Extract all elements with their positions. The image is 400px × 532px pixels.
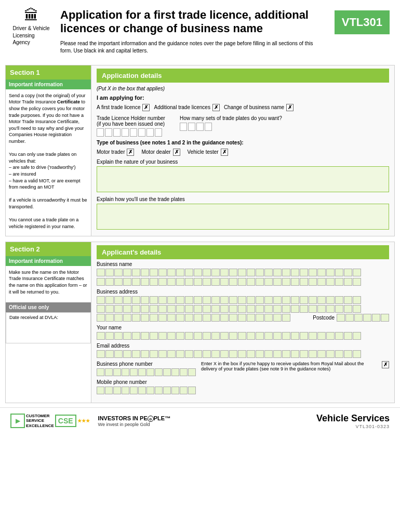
- royal-mail-checkbox[interactable]: [382, 361, 389, 368]
- char-box[interactable]: [105, 128, 112, 137]
- char-box[interactable]: [176, 296, 184, 304]
- char-box[interactable]: [282, 305, 290, 313]
- char-box[interactable]: [132, 332, 140, 340]
- char-box[interactable]: [138, 368, 146, 376]
- char-box[interactable]: [273, 350, 282, 358]
- char-box[interactable]: [256, 278, 264, 286]
- char-box[interactable]: [123, 350, 131, 358]
- char-box[interactable]: [256, 305, 264, 313]
- char-box[interactable]: [141, 278, 149, 286]
- char-box[interactable]: [345, 314, 354, 322]
- char-box[interactable]: [97, 368, 104, 376]
- char-box[interactable]: [229, 305, 237, 313]
- char-box[interactable]: [105, 305, 114, 313]
- char-box[interactable]: [282, 332, 290, 340]
- char-box[interactable]: [132, 296, 140, 304]
- char-box[interactable]: [238, 314, 246, 322]
- char-box[interactable]: [123, 314, 131, 322]
- char-box[interactable]: [229, 269, 237, 276]
- char-box[interactable]: [291, 278, 299, 286]
- char-box[interactable]: [363, 314, 371, 322]
- char-box[interactable]: [158, 350, 167, 358]
- char-box[interactable]: [176, 332, 184, 340]
- char-box[interactable]: [185, 350, 193, 358]
- char-box[interactable]: [273, 269, 282, 276]
- char-box[interactable]: [326, 269, 335, 276]
- char-box[interactable]: [264, 269, 273, 276]
- char-box[interactable]: [300, 305, 308, 313]
- char-box[interactable]: [211, 350, 220, 358]
- option-change-name-checkbox[interactable]: [286, 104, 294, 111]
- char-box[interactable]: [229, 296, 237, 304]
- char-box[interactable]: [158, 278, 167, 286]
- char-box[interactable]: [167, 305, 176, 313]
- trade-plates-use-textarea[interactable]: [97, 204, 389, 230]
- char-box[interactable]: [273, 332, 282, 340]
- char-box[interactable]: [105, 368, 113, 376]
- char-box[interactable]: [238, 278, 246, 286]
- char-box[interactable]: [150, 269, 158, 276]
- char-box[interactable]: [344, 350, 352, 358]
- char-box[interactable]: [132, 278, 140, 286]
- char-box[interactable]: [123, 332, 131, 340]
- char-box[interactable]: [188, 368, 196, 376]
- char-box[interactable]: [185, 305, 193, 313]
- char-box[interactable]: [141, 269, 149, 276]
- char-box[interactable]: [97, 128, 104, 137]
- char-box[interactable]: [194, 278, 202, 286]
- char-box[interactable]: [273, 296, 282, 304]
- char-box[interactable]: [247, 278, 255, 286]
- char-box[interactable]: [372, 314, 380, 322]
- nature-textarea[interactable]: [97, 166, 389, 192]
- char-box[interactable]: [264, 278, 273, 286]
- char-box[interactable]: [229, 332, 237, 340]
- char-box[interactable]: [353, 350, 361, 358]
- char-box[interactable]: [176, 314, 184, 322]
- char-box[interactable]: [114, 350, 123, 358]
- char-box[interactable]: [264, 314, 273, 322]
- char-box[interactable]: [122, 128, 129, 137]
- char-box[interactable]: [353, 305, 361, 313]
- char-box[interactable]: [155, 368, 163, 376]
- char-box[interactable]: [122, 368, 129, 376]
- char-box[interactable]: [194, 350, 202, 358]
- char-box[interactable]: [211, 305, 220, 313]
- char-box[interactable]: [344, 269, 352, 276]
- char-box[interactable]: [238, 296, 246, 304]
- char-box[interactable]: [203, 314, 211, 322]
- char-box[interactable]: [211, 314, 220, 322]
- char-box[interactable]: [291, 305, 299, 313]
- char-box[interactable]: [150, 305, 158, 313]
- char-box[interactable]: [238, 350, 246, 358]
- char-box[interactable]: [354, 314, 363, 322]
- char-box[interactable]: [309, 269, 317, 276]
- char-box[interactable]: [130, 387, 138, 394]
- char-box[interactable]: [273, 314, 282, 322]
- char-box[interactable]: [229, 278, 237, 286]
- char-box[interactable]: [171, 368, 179, 376]
- char-box[interactable]: [256, 269, 264, 276]
- char-box[interactable]: [264, 305, 273, 313]
- char-box[interactable]: [220, 332, 229, 340]
- char-box[interactable]: [146, 368, 154, 376]
- char-box[interactable]: [229, 314, 237, 322]
- char-box[interactable]: [158, 296, 167, 304]
- char-box[interactable]: [132, 350, 140, 358]
- char-box[interactable]: [155, 387, 163, 394]
- char-box[interactable]: [273, 278, 282, 286]
- char-box[interactable]: [180, 368, 188, 376]
- char-box[interactable]: [105, 269, 114, 276]
- char-box[interactable]: [273, 305, 282, 313]
- motor-trader-checkbox[interactable]: [127, 149, 134, 156]
- char-box[interactable]: [203, 332, 211, 340]
- char-box[interactable]: [247, 350, 255, 358]
- char-box[interactable]: [132, 269, 140, 276]
- char-box[interactable]: [105, 314, 114, 322]
- char-box[interactable]: [114, 314, 123, 322]
- char-box[interactable]: [123, 278, 131, 286]
- char-box[interactable]: [194, 269, 202, 276]
- char-box[interactable]: [317, 350, 326, 358]
- char-box[interactable]: [167, 278, 176, 286]
- char-box[interactable]: [163, 368, 171, 376]
- char-box[interactable]: [167, 350, 176, 358]
